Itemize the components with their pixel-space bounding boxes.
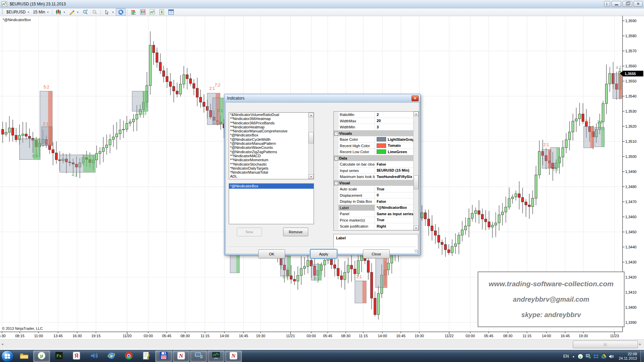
property-value[interactable]: False [375, 161, 419, 167]
property-row[interactable]: PanelSame as input series [334, 211, 419, 217]
taskbar-app-chrome[interactable] [120, 351, 137, 362]
hidden-icons-button[interactable]: ▲ [572, 355, 575, 358]
property-category-row[interactable]: −Visuals [334, 130, 419, 137]
language-indicator[interactable]: EN [563, 354, 569, 359]
scroll-down-icon[interactable]: ▼ [309, 174, 314, 179]
property-value[interactable]: True [375, 217, 419, 223]
property-row[interactable]: RatioMin2 [334, 112, 419, 118]
indicator-list-item[interactable]: **Nindicator366Heatmap [229, 117, 314, 121]
indicator-list-item[interactable]: **NindicatorManualComprehensive [229, 129, 314, 133]
taskbar-app-ninjatrader[interactable]: N [173, 351, 190, 362]
scrollbar-thumb[interactable] [414, 175, 419, 189]
collapse-icon[interactable]: − [334, 157, 338, 160]
taskbar-app-notes[interactable] [138, 351, 155, 362]
property-value[interactable]: True [375, 186, 419, 192]
horizontal-scrollbar[interactable]: ◂ ||| ▸ [0, 339, 644, 349]
start-button[interactable] [1, 350, 13, 362]
indicator-list-item[interactable]: ADL [229, 174, 314, 178]
scrollbar-thumb[interactable] [309, 132, 314, 143]
property-value[interactable]: Same as input series [375, 211, 419, 217]
indicator-list-item[interactable]: *@NindicatorManualPattern [229, 141, 314, 145]
available-indicators-list[interactable]: *&NindicatorVolumeRatioDual**Nindicator3… [229, 112, 314, 179]
taskbar-clock[interactable]: 22:08 24.11.2013 [619, 352, 637, 361]
collapse-icon[interactable]: − [334, 181, 338, 185]
property-value[interactable]: Right [375, 223, 419, 229]
ok-button[interactable]: OK [258, 249, 285, 258]
indicator-list-item[interactable]: *@NindicatorBox [229, 133, 314, 137]
taskbar-app-ninjatrader-2[interactable]: N [225, 351, 242, 362]
property-grid[interactable]: RatioMin2WidthMax20WidthMin3−VisualsBase… [333, 111, 419, 231]
indicator-list-item[interactable]: **NindicatorHeatmap [229, 125, 314, 129]
taskbar-app-floppy-app[interactable] [155, 351, 172, 362]
indicator-list-item[interactable]: *@NindicatorWaveCounts [229, 145, 314, 149]
property-row[interactable]: Displacement0 [334, 192, 419, 199]
scrollbar-thumb[interactable]: ||| [573, 341, 638, 348]
taskbar-app-explorer[interactable] [16, 351, 33, 362]
property-value[interactable]: 20 [375, 118, 419, 124]
property-value[interactable]: 2 [375, 112, 419, 118]
property-row[interactable]: Recent High ColorTomato [334, 143, 419, 149]
taskbar-app-internet-explorer[interactable]: e [103, 351, 120, 362]
selected-indicator-item[interactable]: *@NindicatorBox [229, 184, 314, 189]
collapse-icon[interactable]: − [334, 132, 338, 135]
property-value[interactable]: LimeGreen [375, 149, 419, 155]
property-row[interactable]: Scale justificationRight [334, 223, 419, 230]
property-value[interactable]: 3 [375, 124, 419, 130]
property-row[interactable]: WidthMax20 [334, 118, 419, 124]
property-category-row[interactable]: −Data [334, 155, 419, 162]
property-row[interactable]: Label*@NindicatorBox [334, 205, 419, 211]
grid-scrollbar[interactable]: ▲ ▼ [413, 112, 419, 230]
property-value[interactable]: TwoHundredFiftySix [375, 174, 419, 180]
indicator-list-item[interactable]: *&NindicatorVolumeRatioDual [229, 113, 314, 117]
resize-grip[interactable] [415, 249, 418, 253]
taskbar-app-system-monitor[interactable] [208, 351, 224, 362]
taskbar-app-yandex[interactable]: Я [68, 351, 85, 362]
indicator-list-item[interactable]: *NindicatorDailyTargets [229, 166, 314, 170]
taskbar-app-remote-desktop[interactable] [190, 351, 207, 362]
taskbar-app-utorrent[interactable]: µ [33, 351, 50, 362]
indicator-list-item[interactable]: **Nindicator366PriceBands [229, 121, 314, 125]
property-value[interactable]: Tomato [375, 143, 419, 149]
property-row[interactable]: Maximum bars look backTwoHundredFiftySix [334, 174, 419, 180]
taskbar-app-volume-app[interactable] [86, 351, 102, 362]
selected-indicators-list[interactable]: *@NindicatorBox [229, 183, 314, 224]
scroll-down-icon[interactable]: ▼ [414, 226, 419, 230]
taskbar-app-fx-app[interactable]: Fx [51, 351, 67, 362]
property-row[interactable]: Recent Low ColorLimeGreen [334, 149, 419, 155]
property-value[interactable]: LightSlateGray [375, 136, 419, 142]
list-scrollbar[interactable]: ▲ ▼ [308, 113, 314, 179]
remove-button[interactable]: Remove [283, 228, 308, 236]
indicator-list-item[interactable]: *NindicatorManualTotal [229, 170, 314, 174]
scroll-right-icon[interactable]: ▸ [639, 342, 641, 346]
dialog-close-button[interactable]: ✕ [412, 96, 419, 101]
time-axis[interactable]: 5:3008:1511:0013:4516:3019:1511/2003:000… [0, 332, 623, 338]
tray-network-icon[interactable] [585, 353, 591, 359]
show-desktop-button[interactable] [640, 350, 644, 362]
property-value[interactable]: 0 [375, 192, 419, 198]
property-row[interactable]: WidthMin3 [334, 124, 419, 130]
property-row[interactable]: Input series$EURUSD (15 Min) [334, 168, 419, 174]
property-value[interactable]: False [375, 198, 419, 204]
indicator-list-item[interactable]: *^NindicatorMomentum [229, 158, 314, 162]
tray-utorrent-icon[interactable]: µ [578, 353, 584, 359]
close-dialog-button[interactable]: Close [363, 249, 390, 258]
property-row[interactable]: Base ColorLightSlateGray [334, 136, 419, 143]
property-row[interactable]: Price marker(s)True [334, 217, 419, 224]
dialog-title-bar[interactable]: Indicators [224, 94, 420, 103]
indicator-list-item[interactable]: *@NindicatorZigZagPatterns [229, 150, 314, 154]
scroll-up-icon[interactable]: ▲ [414, 112, 419, 116]
indicator-list-item[interactable]: *^NindicatorMACD [229, 154, 314, 158]
new-button[interactable]: New [237, 228, 262, 236]
property-row[interactable]: Calculate on bar closeFalse [334, 161, 419, 168]
scroll-left-icon[interactable]: ◂ [1, 342, 3, 346]
tray-drive-icon[interactable] [601, 353, 607, 359]
property-value[interactable]: $EURUSD (15 Min) [375, 168, 419, 174]
tray-dropbox-icon[interactable] [593, 353, 599, 359]
property-value[interactable]: *@NindicatorBox [375, 205, 419, 211]
tray-volume-icon[interactable] [608, 353, 614, 359]
indicator-list-item[interactable]: *^NindicatorStochastic [229, 162, 314, 166]
property-category-row[interactable]: −Visual [334, 180, 419, 186]
property-row[interactable]: Display in Data BoxFalse [334, 198, 419, 205]
apply-button[interactable]: Apply [310, 249, 337, 258]
scroll-up-icon[interactable]: ▲ [309, 113, 314, 117]
